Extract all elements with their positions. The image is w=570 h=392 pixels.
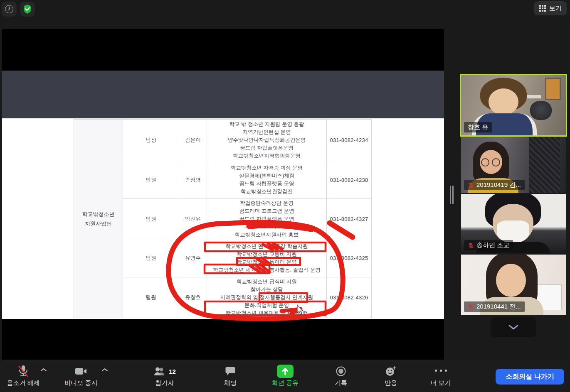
collapse-thumbnails-button[interactable] — [491, 317, 536, 337]
participants-count: 12 — [169, 368, 176, 375]
duty-line: 학교밖청소년 동아리 운영 — [237, 258, 296, 266]
panel-resize-handle[interactable] — [449, 186, 454, 204]
table-cell-role: 팀원 — [123, 161, 179, 199]
camera-icon — [75, 367, 87, 375]
participant-name-tag: 201910419 김... — [464, 180, 525, 190]
chat-bubble-icon — [225, 367, 235, 376]
table-cell-name: 유명주 — [179, 239, 207, 277]
table-cell-phone: 031-8082-4238 — [327, 161, 372, 199]
leave-breakout-room-button[interactable]: 소회의실 나가기 — [496, 369, 564, 385]
table-cell-phone: 031-8082-4326 — [327, 277, 372, 318]
more-button[interactable]: 더 보기 — [420, 362, 461, 390]
participant-name: 201910419 김... — [476, 181, 521, 189]
stop-video-button[interactable]: 비디오 중지 — [60, 362, 102, 390]
duty-line: 실물경제(뻔뻔비즈)체험 — [239, 172, 294, 180]
mic-options-chevron-icon[interactable] — [40, 368, 47, 372]
duty-line: 학교밖청소년 교통비 지원 — [237, 250, 296, 258]
slide-title-band: 학교밖청소년지원사업팀 소개 — [2, 71, 444, 118]
table-cell-duties: 학교 밖 청소년 지원팀 운영 총괄 지역기반인턴십 운영 양주맛나만나자립특성… — [207, 120, 327, 161]
reactions-button[interactable]: 반응 — [370, 362, 412, 390]
table-cell-phone: 031-8082-4327 — [327, 199, 372, 239]
duty-line: 학교밖청소년지역협의회운영 — [233, 152, 301, 160]
participant-name-tag: 송하민 조교 — [464, 240, 513, 250]
table-cell-role: 팀장 — [123, 120, 179, 161]
table-cell-name: 김은이 — [179, 120, 207, 161]
record-button[interactable]: 기록 — [320, 362, 362, 390]
group-name-line2: 지원사업팀 — [85, 219, 112, 228]
muted-mic-icon — [17, 365, 30, 378]
participant-name: 송하민 조교 — [476, 241, 509, 249]
table-cell-duties: 학교밖청소년 멘토링 특강 학습지원 학교밖청소년 교통비 지원 학교밖청소년 … — [207, 239, 327, 277]
grid-view-icon — [539, 5, 546, 12]
reactions-label: 반응 — [385, 379, 397, 387]
stop-video-label: 비디오 중지 — [64, 379, 97, 387]
team-table: 학교밖청소년 지원사업팀 팀장 김은이 학교 밖 청소년 지원팀 운영 총괄 지… — [74, 119, 372, 318]
duty-line: 학교밖청소년 체육대회 및 졸업여행 — [226, 309, 308, 317]
more-dots-icon — [435, 364, 447, 377]
security-shield-icon — [23, 4, 32, 14]
view-button-label: 보기 — [549, 5, 562, 12]
duty-line: 사례판정회의 운영 — [245, 223, 288, 231]
glasses — [481, 158, 489, 167]
share-screen-label: 화면 공유 — [272, 379, 299, 387]
speaker-device — [530, 101, 552, 120]
participant-video-3[interactable]: 송하민 조교 — [461, 194, 566, 253]
more-label: 더 보기 — [430, 379, 451, 387]
face-mask — [497, 220, 529, 243]
share-screen-icon — [277, 365, 294, 378]
table-cell-duties: 학교밖청소년 자격증 과정 운영 실물경제(뻔뻔비즈)체험 꿈드림 자립플랫폼 … — [207, 161, 327, 199]
participant-name-tag: 201910441 전... — [464, 301, 525, 312]
participant-video-1[interactable]: 창호 유 — [461, 75, 566, 135]
unmute-button[interactable]: 음소거 해제 — [2, 362, 44, 390]
wall-frame — [545, 78, 561, 100]
table-group-cell: 학교밖청소년 지원사업팀 — [74, 120, 123, 318]
meeting-info-button[interactable]: i — [2, 2, 17, 17]
muted-mic-icon — [468, 242, 474, 249]
duty-line: 학교밖청소년 체육활동, 봉사활동, 졸업식 운영 — [213, 266, 320, 274]
participants-icon — [153, 367, 167, 376]
table-cell-role: 팀원 — [123, 239, 179, 277]
video-options-chevron-icon[interactable] — [101, 368, 108, 372]
meeting-toolbar: 음소거 해제 비디오 중지 — [0, 360, 570, 392]
participant-video-2[interactable]: 201910419 김... — [461, 137, 566, 193]
duty-line: 학교밖청소년건강검진 — [241, 188, 293, 196]
participant-name-tag: 창호 유 — [464, 122, 492, 132]
duty-line: 학교밖청소년 멘토링 특강 학습지원 — [226, 243, 308, 250]
participant-video-4[interactable]: 201910441 전... — [461, 255, 566, 315]
chat-button[interactable]: 채팅 — [210, 362, 251, 390]
muted-mic-icon — [468, 182, 474, 189]
duty-line: 학교밖청소년지원사업 홍보 — [235, 231, 299, 239]
duty-line: 꿈드리머 프로그램 운영 — [239, 207, 294, 215]
table-cell-phone: 031-8082-4325 — [327, 239, 372, 277]
chat-label: 채팅 — [224, 379, 237, 387]
muted-mic-icon — [468, 304, 474, 310]
duty-line: 찾아가는 상담 — [250, 286, 283, 294]
group-name-line1: 학교밖청소년 — [82, 209, 115, 219]
unmute-label: 음소거 해제 — [7, 379, 39, 387]
duty-line: 꿈드림 자립플랫폼 운영 — [239, 180, 294, 188]
slide-content: 학교밖청소년 지원사업팀 팀장 김은이 학교 밖 청소년 지원팀 운영 총괄 지… — [2, 118, 444, 319]
info-icon: i — [5, 5, 13, 13]
table-cell-name: 유창호 — [179, 277, 207, 318]
table-cell-name: 손정명 — [179, 161, 207, 199]
zoom-meeting-window: i 보기 학교밖청소년지원사업팀 소개 학교밖청소년 지원사업팀 팀장 — [0, 0, 570, 392]
security-button[interactable] — [20, 2, 35, 17]
table-cell-duties: 학업중단숙려상담 운영 꿈드리머 프로그램 운영 꿈드림 자립플랫폼 운영 사례… — [207, 199, 327, 239]
record-label: 기록 — [335, 379, 347, 387]
glasses — [492, 158, 500, 167]
participant-name: 창호 유 — [468, 123, 488, 131]
table-cell-role: 팀원 — [123, 277, 179, 318]
participants-button[interactable]: 12 참가자 — [144, 362, 185, 390]
share-screen-button[interactable]: 화면 공유 — [264, 362, 306, 390]
table-cell-role: 팀원 — [123, 199, 179, 239]
duty-line: 학교밖청소년 자격증 과정 운영 — [231, 164, 303, 172]
top-bar: i 보기 — [0, 0, 570, 18]
duty-line: 학교밖청소년 급식비 지원 — [237, 278, 296, 286]
shared-screen: 학교밖청소년지원사업팀 소개 학교밖청소년 지원사업팀 팀장 김은이 학교 밖 … — [2, 29, 444, 360]
duty-line: 양주맛나만나자립특성화공간운영 — [228, 136, 306, 144]
participant-name: 201910441 전... — [476, 303, 521, 311]
view-button[interactable]: 보기 — [534, 1, 567, 15]
table-cell-duties: 학교밖청소년 급식비 지원 찾아가는 상담 사례판정회의 및 정서행동검사 연계… — [207, 277, 327, 318]
duty-line: 학교 밖 청소년 지원팀 운영 총괄 — [229, 120, 304, 128]
duty-line: 사례판정회의 및 정서행동검사 연계지원 — [220, 294, 313, 301]
